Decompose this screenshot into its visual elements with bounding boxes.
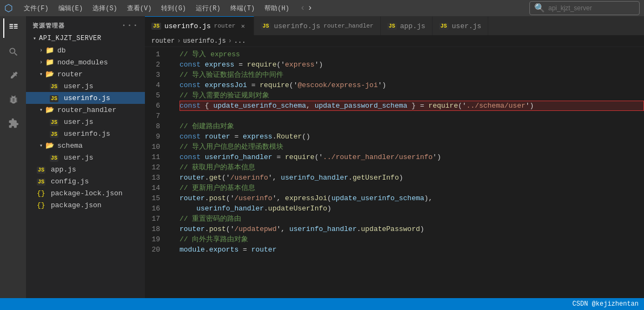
code-token: . (357, 224, 361, 234)
code-line-4: const expressJoi = require('@escook/expr… (180, 80, 644, 90)
code-token: require (428, 101, 458, 111)
breadcrumb-file[interactable]: userinfo.js (183, 37, 225, 45)
tab-userinfo-router[interactable]: JS userinfo.js router ✕ (145, 16, 254, 35)
activity-debug[interactable] (3, 90, 23, 109)
tab-userinfo-handler[interactable]: JS userinfo.js router_handler (254, 16, 380, 35)
code-token: = (238, 245, 251, 255)
code-token: router (180, 173, 205, 183)
tree-item-router-userinfo[interactable]: JS userinfo.js (26, 92, 145, 104)
code-token: // 导入 express (180, 49, 240, 60)
tree-item-package-lock[interactable]: {} package-lock.json (26, 187, 145, 199)
sidebar-title: 资源管理器 (32, 22, 65, 30)
tree-arrow-root: ▾ (30, 35, 39, 42)
code-token: // 导入用户信息的处理函数模块 (180, 142, 283, 152)
tree-item-handler-user[interactable]: JS user.js (26, 116, 145, 128)
code-line-2: const express = require('express') (180, 60, 644, 70)
tree-item-router-user[interactable]: JS user.js (26, 80, 145, 92)
tree-item-app[interactable]: JS app.js (26, 163, 145, 175)
tree-item-node-modules[interactable]: › 📁 node_modules (26, 56, 145, 68)
js-icon-handler-user: JS (50, 118, 59, 126)
sidebar: 资源管理器 ··· ▾ API_KJZT_SERVER › 📁 db › 📁 n… (26, 16, 145, 298)
tab-app[interactable]: JS app.js (381, 16, 433, 35)
code-token: (' (276, 60, 285, 70)
code-token: require (247, 60, 277, 70)
code-token: (' (458, 101, 467, 111)
tree-arrow-db: › (37, 48, 45, 54)
tab-label-1: userinfo.js (274, 22, 320, 30)
search-input[interactable] (548, 4, 635, 12)
tree-item-config[interactable]: JS config.js (26, 175, 145, 187)
line-numbers: 1234567891011121314151617181920 (145, 47, 171, 298)
code-token: ', (276, 224, 289, 234)
search-bar[interactable]: 🔍 (529, 1, 640, 15)
line-num-6: 6 (145, 101, 165, 111)
menu-select[interactable]: 选择(S) (88, 3, 122, 14)
menu-file[interactable]: 文件(F) (19, 3, 53, 14)
line-num-14: 14 (145, 183, 165, 193)
tree-item-handler-userinfo[interactable]: JS userinfo.js (26, 128, 145, 140)
back-arrow[interactable]: ‹ (300, 3, 306, 13)
tab-user[interactable]: JS user.js (433, 16, 489, 35)
code-line-19: // 向外共享路由对象 (180, 234, 644, 245)
code-token: ') (378, 80, 387, 90)
menu-view[interactable]: 查看(V) (123, 3, 156, 14)
activity-bar (0, 16, 26, 298)
activity-extensions[interactable] (3, 114, 23, 133)
tree-item-package[interactable]: {} package.json (26, 199, 145, 211)
code-token: (' (226, 193, 235, 203)
tab-close-0[interactable]: ✕ (238, 22, 247, 30)
code-token: = (234, 60, 247, 70)
code-token: require (285, 152, 315, 162)
sidebar-more-options[interactable]: ··· (121, 21, 138, 30)
menu-run[interactable]: 运行(R) (191, 3, 225, 14)
code-token: Router (276, 131, 302, 142)
menu-help[interactable]: 帮助(H) (260, 3, 294, 14)
tree-item-router-handler[interactable]: ▾ 📂 router_handler (26, 104, 145, 116)
tab-label-0: userinfo.js (164, 22, 211, 30)
code-token: const (180, 131, 205, 142)
code-line-1: // 导入 express (180, 49, 644, 60)
breadcrumb-sep-1: › (177, 37, 181, 45)
code-token: . (273, 131, 277, 142)
activity-explorer[interactable] (3, 18, 23, 38)
line-num-1: 1 (145, 49, 165, 60)
nav-arrows: ‹ › (300, 3, 313, 13)
code-token: /updatepwd (234, 224, 276, 234)
line-num-16: 16 (145, 203, 165, 214)
tree-label-package-lock: package-lock.json (51, 189, 123, 197)
tree-root-label: API_KJZT_SERVER (39, 35, 102, 42)
title-bar: ⬡ 文件(F) 编辑(E) 选择(S) 查看(V) 转到(G) 运行(R) 终端… (0, 0, 644, 16)
code-token: post (209, 193, 226, 203)
menu-terminal[interactable]: 终端(T) (226, 3, 260, 14)
activity-search[interactable] (3, 42, 23, 62)
tree-item-router[interactable]: ▾ 📂 router (26, 68, 145, 80)
code-token: // 导入需要的验证规则对象 (180, 90, 269, 101)
js-icon-app: JS (37, 166, 47, 174)
activity-git[interactable] (3, 66, 23, 85)
menu-bar: 文件(F) 编辑(E) 选择(S) 查看(V) 转到(G) 运行(R) 终端(T… (19, 3, 294, 14)
tree-root[interactable]: ▾ API_KJZT_SERVER (26, 32, 145, 44)
forward-arrow[interactable]: › (307, 3, 313, 13)
code-token: ), (424, 193, 433, 203)
tree-arrow-router: ▾ (37, 71, 45, 77)
code-line-9: const router = express.Router() (180, 131, 644, 142)
tree-item-schema-user[interactable]: JS user.js (26, 151, 145, 163)
tree-arrow-router-handler: ▾ (37, 107, 45, 113)
code-token: ') (315, 60, 323, 70)
tree-item-db[interactable]: › 📁 db (26, 44, 145, 56)
code-token: // 重置密码的路由 (180, 214, 241, 224)
breadcrumb-router[interactable]: router (151, 37, 175, 45)
json-icon-package-lock: {} (37, 189, 47, 197)
code-token: = (230, 131, 243, 142)
code-token: . (205, 173, 209, 183)
menu-edit[interactable]: 编辑(E) (54, 3, 88, 14)
code-area[interactable]: // 导入 expressconst express = require('ex… (171, 47, 644, 298)
tab-sublabel-1: router_handler (323, 23, 373, 29)
code-token: express (205, 60, 235, 70)
menu-goto[interactable]: 转到(G) (157, 3, 190, 14)
code-token: // 更新用户的基本信息 (180, 183, 255, 193)
code-token: /userinfo (230, 173, 268, 183)
tree-label-app: app.js (51, 166, 76, 174)
tree-item-schema[interactable]: ▾ 📂 schema (26, 140, 145, 151)
js-icon-config: JS (37, 177, 47, 186)
